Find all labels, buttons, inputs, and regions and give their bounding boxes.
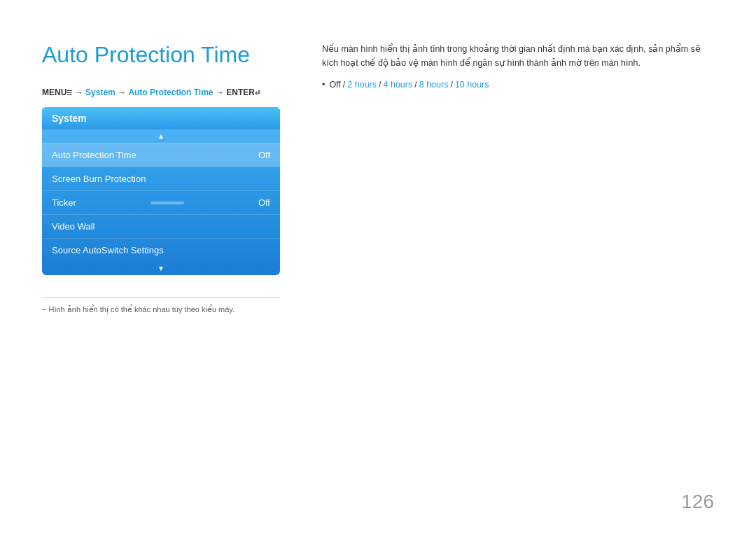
menu-item-label-screen: Screen Burn Protection xyxy=(52,174,146,184)
page-content: Auto Protection Time MENU☰ → System → Au… xyxy=(0,0,756,534)
sep-3: / xyxy=(414,80,416,90)
bullet-icon: • xyxy=(322,80,325,90)
sep-4: / xyxy=(450,80,452,90)
path-system: System xyxy=(85,87,115,97)
menu-item-video-wall[interactable]: Video Wall xyxy=(42,214,280,238)
menu-item-source-autoswitch[interactable]: Source AutoSwitch Settings xyxy=(42,238,280,262)
path-enter: ENTER⏎ xyxy=(226,87,260,97)
menu-item-screen-burn[interactable]: Screen Burn Protection xyxy=(42,167,280,190)
ticker-highlight-bar xyxy=(150,202,184,204)
page-title: Auto Protection Time xyxy=(42,42,280,68)
sep-2: / xyxy=(379,80,381,90)
menu-item-ticker[interactable]: Ticker Off xyxy=(42,190,280,214)
menu-item-value-auto: Off xyxy=(258,150,270,160)
path-separator-2: → xyxy=(118,87,128,97)
sep-1: / xyxy=(343,80,345,90)
path-separator-1: → xyxy=(75,87,85,97)
menu-item-value-ticker: Off xyxy=(258,197,270,208)
footnote-text: − Hình ảnh hiển thị có thể khác nhau tùy… xyxy=(42,305,280,314)
system-panel-header: System xyxy=(42,107,280,129)
menu-prefix: MENU☰ xyxy=(42,87,72,97)
option-10hours: 10 hours xyxy=(455,80,489,90)
system-panel: System ▲ Auto Protection Time Off Screen… xyxy=(42,107,280,275)
footnote-section: − Hình ảnh hiển thị có thể khác nhau tùy… xyxy=(42,297,280,314)
option-8hours: 8 hours xyxy=(419,80,449,90)
menu-item-label-auto: Auto Protection Time xyxy=(52,150,136,160)
page-number: 126 xyxy=(681,491,714,513)
options-list: • Off / 2 hours / 4 hours / 8 hours / 10… xyxy=(322,80,714,90)
system-header-label: System xyxy=(52,113,87,124)
option-off: Off xyxy=(329,80,340,90)
description-text: Nếu màn hình hiển thị ảnh tĩnh trong kho… xyxy=(322,42,714,70)
scroll-up-arrow[interactable]: ▲ xyxy=(42,129,280,143)
menu-item-auto-protection[interactable]: Auto Protection Time Off xyxy=(42,143,280,167)
menu-item-label-autoswitch: Source AutoSwitch Settings xyxy=(52,245,164,255)
menu-item-label-videowall: Video Wall xyxy=(52,221,94,232)
path-separator-3: → xyxy=(216,87,226,97)
option-2hours: 2 hours xyxy=(347,80,377,90)
option-4hours: 4 hours xyxy=(384,80,413,90)
path-active: Auto Protection Time xyxy=(128,87,213,97)
menu-path: MENU☰ → System → Auto Protection Time → … xyxy=(42,87,280,97)
menu-item-label-ticker: Ticker xyxy=(52,197,76,208)
scroll-down-arrow[interactable]: ▼ xyxy=(42,262,280,275)
